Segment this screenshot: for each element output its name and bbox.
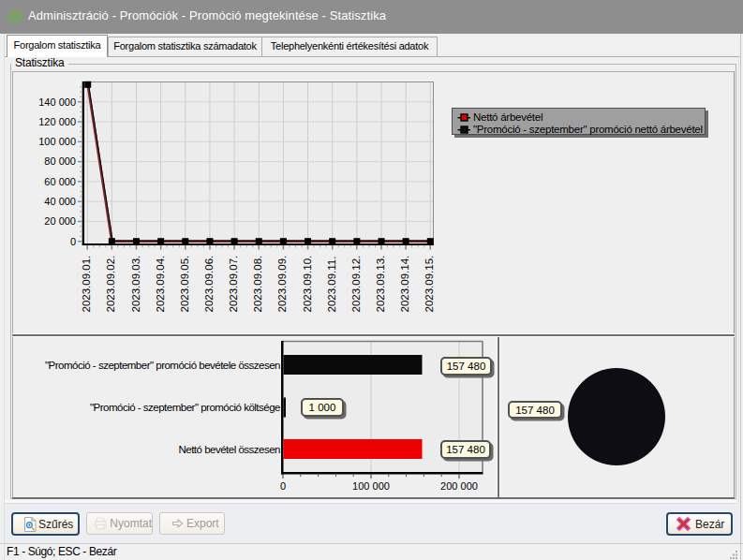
svg-text:120 000: 120 000 (38, 116, 76, 127)
svg-text:2023.09.07.: 2023.09.07. (228, 256, 239, 313)
svg-text:2023.09.05.: 2023.09.05. (179, 256, 190, 313)
svg-text:2023.09.10.: 2023.09.10. (302, 256, 313, 313)
svg-text:2023.09.08.: 2023.09.08. (252, 256, 263, 313)
svg-text:60 000: 60 000 (44, 176, 76, 187)
svg-text:140 000: 140 000 (38, 96, 76, 108)
svg-text:20 000: 20 000 (44, 215, 76, 227)
svg-text:2023.09.06.: 2023.09.06. (203, 256, 215, 313)
svg-text:"Promóció - szeptember" promóc: "Promóció - szeptember" promóció bevétel… (45, 360, 280, 371)
svg-text:Nettó bevétel összesen: Nettó bevétel összesen (178, 444, 280, 455)
svg-text:"Promóció - szeptember" promóc: "Promóció - szeptember" promóció költség… (90, 402, 280, 413)
svg-text:2023.09.11.: 2023.09.11. (326, 257, 337, 313)
svg-text:2023.09.09.: 2023.09.09. (276, 256, 288, 313)
svg-text:2023.09.02.: 2023.09.02. (105, 256, 116, 313)
svg-text:2023.09.14.: 2023.09.14. (399, 256, 410, 313)
svg-text:0: 0 (280, 480, 286, 492)
svg-text:2023.09.04.: 2023.09.04. (155, 256, 166, 313)
svg-text:2023.09.13.: 2023.09.13. (375, 256, 386, 313)
svg-text:200 000: 200 000 (440, 480, 478, 492)
svg-text:2023.09.01.: 2023.09.01. (81, 256, 92, 313)
svg-text:40 000: 40 000 (44, 196, 76, 207)
svg-text:80 000: 80 000 (44, 155, 76, 167)
svg-text:0: 0 (70, 236, 76, 247)
svg-text:2023.09.12.: 2023.09.12. (350, 256, 362, 313)
svg-text:100 000: 100 000 (38, 136, 76, 147)
svg-text:2023.09.03.: 2023.09.03. (130, 256, 141, 313)
svg-text:2023.09.15.: 2023.09.15. (424, 256, 435, 313)
svg-text:100 000: 100 000 (352, 480, 390, 492)
